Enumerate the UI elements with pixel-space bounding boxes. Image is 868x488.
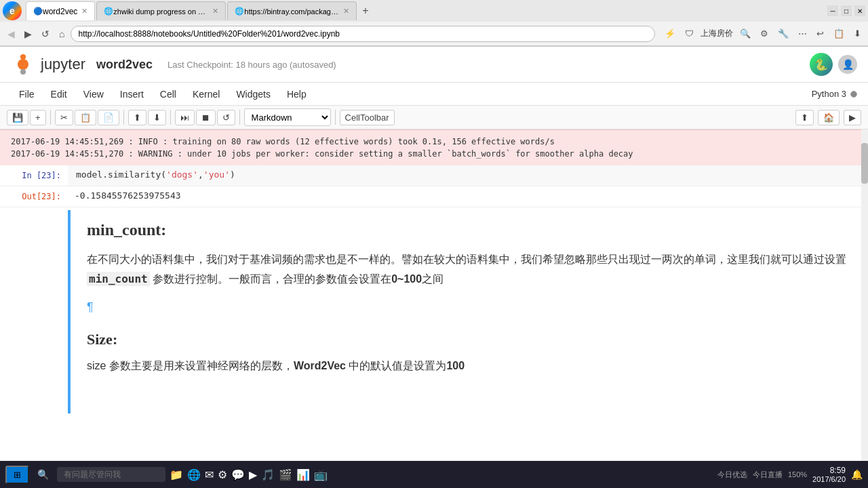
warning-line1: 2017-06-19 14:45:51,269 : INFO : trainin…	[11, 136, 857, 148]
search-icon-btn[interactable]: 🔍	[737, 27, 753, 40]
notebook-content[interactable]: 2017-06-19 14:45:51,269 : INFO : trainin…	[0, 129, 868, 463]
code-string-dogs: 'dogs'	[166, 169, 198, 180]
tab-label: word2vec	[43, 7, 77, 16]
scrollbar-thumb[interactable]	[861, 143, 868, 184]
tab-bintray[interactable]: 🌐 https://bintray.com/package/... ✕	[227, 1, 357, 20]
taskbar-player-icon[interactable]: ▶	[249, 468, 257, 481]
toolbar-right: ⬆ 🏠 ▶	[795, 110, 861, 125]
minimize-btn[interactable]: ─	[827, 5, 838, 16]
history-btn[interactable]: 📋	[831, 27, 847, 40]
upload-btn[interactable]: ⬆	[795, 110, 814, 125]
location-label: 上海房价	[701, 28, 733, 39]
browser-chrome: e 🔵 word2vec ✕ 🌐 zhwiki dump progress on…	[0, 0, 868, 47]
forward-btn[interactable]: ▶	[21, 27, 35, 41]
taskbar-music-icon[interactable]: 🎵	[261, 468, 275, 481]
sep2	[123, 110, 124, 125]
settings-btn[interactable]: ⚙	[757, 27, 771, 40]
play-btn[interactable]: ▶	[844, 110, 861, 125]
insert-cell-btn[interactable]: +	[30, 110, 46, 125]
move-down-btn[interactable]: ⬇	[148, 110, 166, 125]
nav-right-actions: ⚡ 🛡 上海房价 🔍 ⚙ 🔧 ⋯ ↩ 📋 ⬇	[662, 27, 864, 40]
taskbar-notification-icon[interactable]: 🔔	[851, 469, 863, 480]
menu-file[interactable]: File	[11, 85, 43, 104]
header-right: 🐍 👤	[810, 53, 857, 76]
code-string-you: 'you'	[203, 169, 230, 180]
address-bar[interactable]	[71, 26, 655, 42]
home-btn[interactable]: ⌂	[56, 27, 68, 41]
home-btn2[interactable]: 🏠	[818, 110, 840, 125]
menu-bar: File Edit View Insert Cell Kernel Widget…	[0, 83, 868, 106]
sep1	[50, 110, 51, 125]
taskbar-clock: 8:59 2017/6/20	[812, 466, 846, 483]
taskbar-live-label: 今日直播	[753, 470, 783, 480]
notebook-name[interactable]: word2vec	[96, 58, 153, 72]
markdown-cell[interactable]: min_count: 在不同大小的语料集中，我们对于基准词频的需求也是不一样的。…	[0, 210, 868, 413]
stop-btn[interactable]: ⏹	[196, 110, 216, 125]
restart-btn[interactable]: ↺	[217, 110, 235, 125]
taskbar-right: 今日优选 今日直播 150% 8:59 2017/6/20 🔔	[717, 466, 863, 483]
taskbar-chat-icon[interactable]: 💬	[231, 468, 245, 481]
menu-cell[interactable]: Cell	[152, 85, 184, 104]
md-heading-min-count: min_count:	[87, 221, 852, 239]
menu-widgets[interactable]: Widgets	[228, 85, 279, 104]
kernel-status: Python 3	[812, 89, 857, 99]
move-up-btn[interactable]: ⬆	[128, 110, 146, 125]
taskbar: ⊞ 🔍 📁 🌐 ✉ ⚙ 💬 ▶ 🎵 🎬 📊 📺 今日优选 今日直播 150% 8…	[0, 461, 868, 488]
md-word2vec-bold: Word2Vec	[294, 360, 346, 371]
sep5	[335, 110, 336, 125]
markdown-prompt-spacer	[0, 210, 68, 413]
more-btn[interactable]: ⋯	[795, 27, 810, 40]
tab2-close-btn[interactable]: ✕	[212, 7, 218, 16]
output-value: -0.15845576253975543	[75, 190, 181, 201]
taskbar-folder-icon[interactable]: 📁	[170, 468, 183, 481]
taskbar-video-icon[interactable]: 🎬	[279, 468, 292, 481]
cell-in23-prompt: In [23]:	[0, 165, 68, 186]
code-comma: ,	[198, 169, 203, 180]
menu-edit[interactable]: Edit	[43, 85, 75, 104]
copy-btn[interactable]: 📋	[75, 110, 96, 125]
run-next-btn[interactable]: ⏭	[175, 110, 195, 125]
cell-out23: Out[23]: -0.15845576253975543	[0, 186, 868, 207]
svg-point-1	[20, 54, 26, 60]
scrollbar-track[interactable]	[861, 129, 868, 463]
shield-btn[interactable]: 🛡	[682, 27, 696, 40]
start-button[interactable]: ⊞	[5, 466, 29, 484]
tab-word2vec[interactable]: 🔵 word2vec ✕	[26, 1, 95, 20]
tab-close-btn[interactable]: ✕	[81, 7, 87, 16]
maximize-btn[interactable]: □	[841, 5, 852, 16]
taskbar-browser-icon[interactable]: 🌐	[187, 468, 201, 481]
refresh-btn[interactable]: ↺	[38, 27, 53, 41]
taskbar-app2-icon[interactable]: 📺	[314, 468, 328, 481]
taskbar-settings-icon[interactable]: ⚙	[218, 468, 227, 481]
cut-btn[interactable]: ✂	[55, 110, 73, 125]
tab-zhwiki[interactable]: 🌐 zhwiki dump progress on 20... ✕	[96, 1, 226, 20]
cell-toolbar-btn[interactable]: CellToolbar	[340, 110, 395, 125]
tab3-close-btn[interactable]: ✕	[343, 7, 349, 16]
cell-type-select[interactable]: Markdown Code Raw NBConvert	[244, 108, 331, 126]
cell-in23-body: model.similarity('dogs','you')	[68, 165, 868, 186]
new-tab-button[interactable]: +	[358, 5, 372, 17]
menu-kernel[interactable]: Kernel	[184, 85, 228, 104]
menu-help[interactable]: Help	[279, 85, 315, 104]
taskbar-app1-icon[interactable]: 📊	[296, 468, 310, 481]
menu-view[interactable]: View	[75, 85, 112, 104]
tab-favicon2: 🌐	[104, 7, 113, 16]
browser-logo-icon: e	[3, 1, 22, 20]
extensions2-btn[interactable]: 🔧	[775, 27, 791, 40]
taskbar-search-input[interactable]	[57, 467, 165, 482]
checkpoint-info: Last Checkpoint: 18 hours ago (autosaved…	[167, 60, 336, 70]
undo-btn[interactable]: ↩	[814, 27, 827, 40]
notebook-wrapper: 2017-06-19 14:45:51,269 : INFO : trainin…	[0, 129, 868, 463]
extensions-btn[interactable]: ⚡	[662, 27, 678, 40]
cell-out23-prompt: Out[23]:	[0, 186, 68, 207]
download-btn[interactable]: ⬇	[851, 27, 864, 40]
back-btn[interactable]: ◀	[4, 27, 18, 41]
save-btn[interactable]: 💾	[7, 110, 28, 125]
markdown-cell-body[interactable]: min_count: 在不同大小的语料集中，我们对于基准词频的需求也是不一样的。…	[68, 210, 868, 413]
close-btn[interactable]: ✕	[854, 5, 865, 16]
taskbar-mail-icon[interactable]: ✉	[205, 468, 214, 481]
taskbar-search-icon[interactable]: 🔍	[33, 469, 53, 480]
menu-insert[interactable]: Insert	[112, 85, 152, 104]
cell-in23-wrapper: In [23]: model.similarity('dogs','you')	[0, 165, 868, 186]
paste-btn[interactable]: 📄	[98, 110, 119, 125]
